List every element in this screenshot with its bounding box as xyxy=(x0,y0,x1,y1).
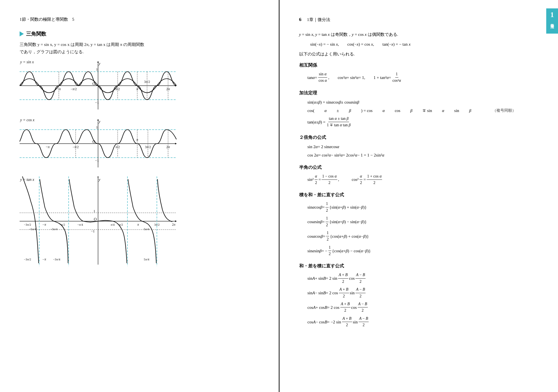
svg-text:−5π/4: −5π/4 xyxy=(29,227,36,231)
section-title-sum-prod: 和・差を積に直す公式 xyxy=(299,263,539,269)
svg-text:y = sin x: y = sin x xyxy=(20,60,34,64)
svg-text:π/2: π/2 xyxy=(119,223,123,226)
frac-half1: 1 2 xyxy=(326,201,329,214)
page-badge: 1 微分法 xyxy=(546,8,558,34)
frac-AB-minus-cos2: A − B 2 xyxy=(358,301,368,314)
svg-text:y = cos x: y = cos x xyxy=(20,118,35,122)
page-header-right: 6 1章｜微分法 xyxy=(299,17,539,22)
book-spread: 1節・関数の極限と導関数 5 三角関数 三角関数 y = sin x, y = … xyxy=(0,0,558,392)
frac-half2: 1 2 xyxy=(326,215,329,228)
svg-text:5π/4: 5π/4 xyxy=(144,227,149,231)
svg-text:1: 1 xyxy=(96,125,98,129)
frac-AB-plus-sin2: A + B 2 xyxy=(342,316,352,328)
formula-mutual: tan α = sin α cos α , cos²α + sin²α = 1,… xyxy=(308,71,539,84)
frac-half-cos-val: 1 + cos α 2 xyxy=(367,173,382,186)
frac-half-cos: α 2 xyxy=(359,173,362,186)
svg-text:O: O xyxy=(94,217,97,221)
frac-half-sin-val: 1 − cos α 2 xyxy=(322,173,337,186)
svg-text:−π: −π xyxy=(43,257,46,261)
section-title-prod-sum: 積を和・差に直す公式 xyxy=(299,192,539,198)
cos-graph: O x y y = cos x 1 −1 −π −π/2 π/2 π 3π/2 … xyxy=(20,118,259,171)
svg-text:−π/4: −π/4 xyxy=(77,223,83,226)
section-title-half: 半角の公式 xyxy=(299,165,539,171)
formula-cos-double: cos 2α = cos²α − sin²α = 2cos²α − 1 = 1 … xyxy=(308,152,539,158)
intro-line3: 以下の公式はよく用いられる. xyxy=(299,50,539,58)
svg-marker-51 xyxy=(97,176,99,177)
formula-sinA-sinB: sin A + sin B = 2 sin A + B 2 cos A − B … xyxy=(308,272,539,285)
formula-sin-addition: sin(α ± β) = sin α cos β ± cos α sin β xyxy=(308,99,539,106)
frac-half-sin: α 2 xyxy=(315,173,318,186)
svg-text:1: 1 xyxy=(96,67,98,71)
formula-tan-addition: tan(α ± β) = tan α ± tan β 1 ∓ tan α tan… xyxy=(308,116,539,129)
body-text: 三角関数 y = sin x, y = cos x は周期 2π, y = ta… xyxy=(20,41,259,55)
section-double: ２倍角の公式 sin 2α = 2 sin α cos α cos 2α = c… xyxy=(299,135,539,158)
svg-text:O: O xyxy=(92,140,95,144)
svg-text:y: y xyxy=(98,120,101,124)
svg-text:−1: −1 xyxy=(91,229,95,233)
arrow-icon xyxy=(20,31,24,36)
frac-AB-minus-sin2: A − B 2 xyxy=(359,316,369,328)
svg-text:−3π/4: −3π/4 xyxy=(53,258,60,261)
svg-marker-50 xyxy=(175,220,176,222)
svg-text:y: y xyxy=(98,62,101,66)
frac-AB-plus-cos1: A + B 2 xyxy=(339,286,349,299)
section-title-addition: 加法定理 xyxy=(299,90,539,96)
intro-block: y = sin x, y = tan x は奇関数，y = cos x は偶関数… xyxy=(299,31,539,58)
formula-cosA-minuscosB: cos A − cos B = −2 sin A + B 2 sin A − B… xyxy=(308,316,539,328)
section-prod-to-sum: 積を和・差に直す公式 sin α cos β = 1 2 {sin(α+β) +… xyxy=(299,192,539,257)
formula-coscos: cos α cos β = 1 2 {cos(α+β) + cos(α−β)} xyxy=(308,230,539,243)
formula-sinA-minussinB: sin A − sin B = 2 cos A + B 2 sin A − B … xyxy=(308,286,539,299)
frac-1-cos2alpha: 1 cos²α xyxy=(392,71,401,84)
formula-cosA-cosB: cos A + cos B = 2 cos A + B 2 cos A − B … xyxy=(308,301,539,314)
frac-AB-plus-sin: A + B 2 xyxy=(338,272,348,285)
section-addition: 加法定理 sin(α ± β) = sin α cos β ± cos α si… xyxy=(299,90,539,129)
svg-text:−π: −π xyxy=(43,223,46,227)
tan-graph: O x y y = tan x 1 −1 −3π/2 −π −3π/4 −π/2… xyxy=(20,176,259,267)
frac-half3: 1 2 xyxy=(326,230,329,243)
svg-text:π/4: π/4 xyxy=(111,223,115,226)
formula-sinsin: sin α sin β = − 1 2 {cos(α+β) − cos(α−β)… xyxy=(308,244,539,257)
svg-text:O: O xyxy=(92,82,95,86)
svg-text:1: 1 xyxy=(94,209,96,213)
formula-half-angle: sin² α 2 = 1 − cos α 2 , cos² α 2 = 1 + … xyxy=(308,173,539,186)
svg-text:−1: −1 xyxy=(95,101,99,105)
svg-text:y: y xyxy=(98,178,101,182)
svg-text:−3π/2: −3π/2 xyxy=(24,258,31,261)
page-right: 1 微分法 6 1章｜微分法 y = sin x, y = tan x は奇関数… xyxy=(280,0,558,392)
formula-sin-double: sin 2α = 2 sin α cos α xyxy=(308,143,539,150)
page-left: 1節・関数の極限と導関数 5 三角関数 三角関数 y = sin x, y = … xyxy=(0,0,280,392)
section-half: 半角の公式 sin² α 2 = 1 − cos α 2 , cos² α 2 … xyxy=(299,165,539,186)
svg-text:−π: −π xyxy=(46,145,50,149)
frac-AB-minus-cos1: A − B 2 xyxy=(355,286,366,299)
frac-half4: 1 2 xyxy=(328,244,331,257)
svg-marker-27 xyxy=(175,143,176,144)
intro-line2: sin(−x) = − sin x, cos(−x) = cos x, tan(… xyxy=(310,41,539,48)
svg-text:−3π/4: −3π/4 xyxy=(50,227,57,231)
intro-line1: y = sin x, y = tan x は奇関数，y = cos x は偶関数… xyxy=(299,31,539,38)
svg-text:y = tan x: y = tan x xyxy=(20,178,34,182)
frac-AB-plus-cos2: A + B 2 xyxy=(340,301,350,314)
svg-text:−π/2: −π/2 xyxy=(59,223,65,226)
frac-tan-add: tan α ± tan β 1 ∓ tan α tan β xyxy=(326,116,351,129)
formula-cos-addition: cos(α ± β) = cos α cos β ∓ sin α sin β （… xyxy=(308,107,516,114)
page-header-left: 1節・関数の極限と導関数 5 xyxy=(20,17,259,22)
svg-text:2π: 2π xyxy=(172,223,176,227)
svg-text:3π/2: 3π/2 xyxy=(154,223,160,226)
formula-cossin: cos α sin β = 1 2 {sin(α+β) − sin(α−β)} xyxy=(308,215,539,228)
svg-text:−π/2: −π/2 xyxy=(71,87,77,91)
section-title-double: ２倍角の公式 xyxy=(299,135,539,141)
note-fukugo: （複号同順） xyxy=(492,108,516,114)
section-title-mutual: 相互関係 xyxy=(299,62,539,68)
formula-sincos: sin α cos β = 1 2 {sin(α+β) + sin(α−β)} xyxy=(308,201,539,214)
header-text-left: 1節・関数の極限と導関数 5 xyxy=(20,17,74,22)
frac-AB-minus-sin: A − B 2 xyxy=(355,272,366,285)
svg-text:−3π/2: −3π/2 xyxy=(24,223,31,226)
svg-text:−1: −1 xyxy=(95,158,99,163)
frac-sinalpha-cosalpha: sin α cos α xyxy=(318,71,327,84)
svg-text:π: π xyxy=(137,223,139,227)
section-title: 三角関数 xyxy=(20,31,259,37)
sin-graph: O x y y = sin x 1 −1 −π −π/2 π/2 π 3π/2 … xyxy=(20,60,259,113)
svg-text:5π/4: 5π/4 xyxy=(144,258,149,261)
section-mutual: 相互関係 tan α = sin α cos α , cos²α + sin²α… xyxy=(299,62,539,84)
section-sum-to-prod: 和・差を積に直す公式 sin A + sin B = 2 sin A + B 2… xyxy=(299,263,539,328)
